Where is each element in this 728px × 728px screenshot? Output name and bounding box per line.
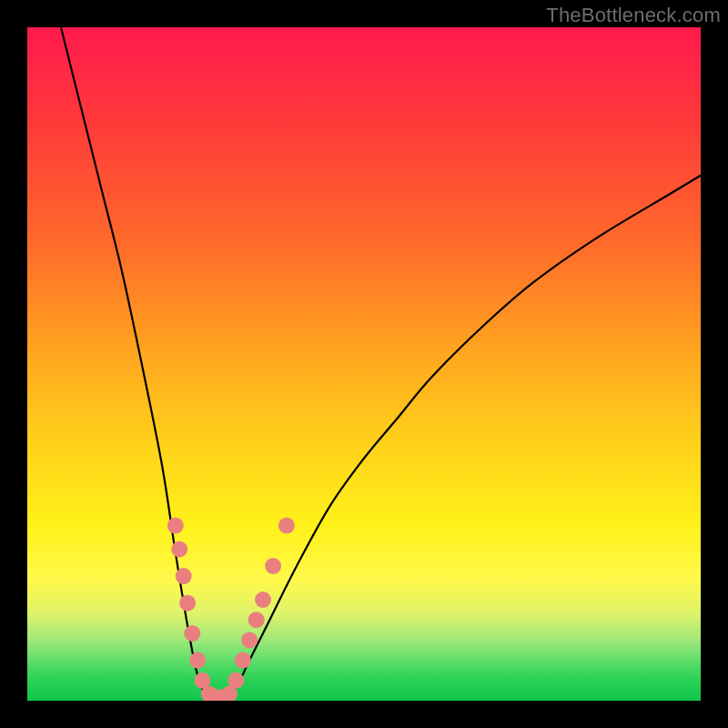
marker-dot [255, 592, 271, 608]
marker-dot [179, 595, 196, 612]
chart-svg [27, 27, 701, 701]
marker-dot [235, 652, 251, 669]
marker-dot [167, 518, 184, 534]
plot-area [27, 27, 701, 701]
marker-dot [184, 625, 200, 642]
chart-frame: TheBottleneck.com [0, 0, 728, 728]
marker-dot [171, 541, 187, 558]
marker-dot [248, 612, 265, 628]
marker-dot [176, 568, 192, 584]
watermark-text: TheBottleneck.com [546, 4, 721, 27]
marker-dot [228, 672, 244, 689]
marker-dot [278, 518, 295, 534]
bottleneck-curve [61, 27, 701, 699]
marker-dot [241, 632, 258, 648]
marker-dot [265, 558, 281, 574]
marker-dot [189, 652, 206, 669]
